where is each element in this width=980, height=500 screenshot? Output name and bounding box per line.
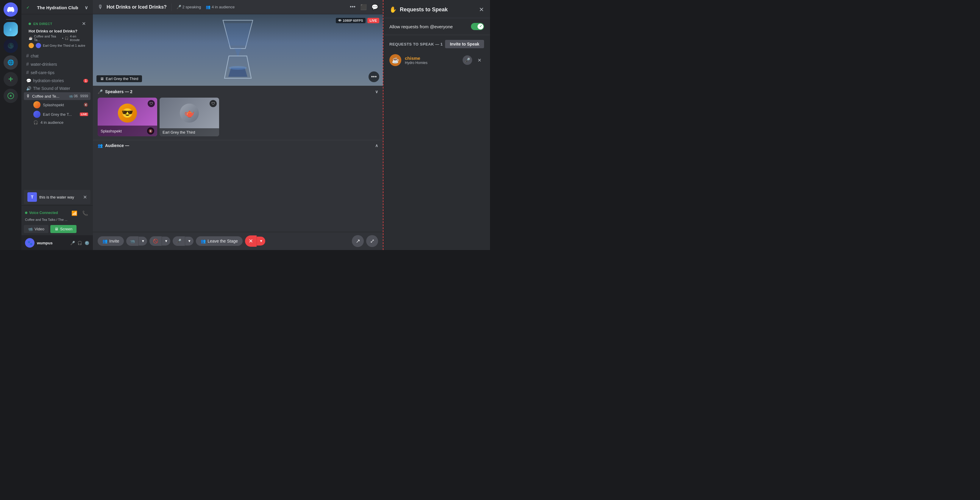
audience-header[interactable]: 👥 Audience — ∧ <box>98 140 378 151</box>
top-bar-meta: 🎤 2 speaking 👥 4 in audience <box>177 5 235 9</box>
chisme-info: chisme Hydro Homies <box>405 56 459 65</box>
voice-connected-bar: Voice Connected 📶 📞 Coffee and Tea Talks… <box>21 205 93 222</box>
video-toggle-arrow[interactable]: ▼ <box>138 237 147 246</box>
invite-icon: 👥 <box>102 239 107 243</box>
dm-text: this is the water way <box>39 195 81 199</box>
mic-icon[interactable]: 🎤 <box>70 241 75 245</box>
invite-button[interactable]: 👥 Invite <box>98 236 124 246</box>
stories-badge: 1 <box>83 79 88 83</box>
live-event-users: Earl Grey the Third et 1 autre <box>26 43 88 51</box>
splashspekt-mute-btn[interactable]: 🔇 <box>147 127 154 135</box>
channel-name-self-care: self-care-tips <box>31 70 54 75</box>
live-event-title[interactable]: Hot Drinks or Iced Drinks? <box>26 28 88 35</box>
audience-section: 👥 Audience — ∧ <box>93 140 383 151</box>
chisme-actions: 🎤 ✕ <box>463 56 484 65</box>
add-server-button[interactable]: + <box>3 72 18 86</box>
settings-icon[interactable]: ⚙️ <box>84 241 89 245</box>
chisme-name: chisme <box>405 56 459 61</box>
mic-toggle-main[interactable]: 🎤 <box>173 236 185 246</box>
decline-request-button[interactable]: ✕ <box>474 56 484 65</box>
speakers-label: Speakers — 2 <box>105 89 132 94</box>
earl-grey-avatar-card: 🫖 <box>180 103 199 122</box>
user-avatar-2 <box>36 43 41 48</box>
leave-icon: 👥 <box>200 239 206 243</box>
video-button[interactable]: 📹 Video <box>24 225 49 233</box>
server-icon-hydration[interactable]: 💧 <box>3 22 18 36</box>
accept-request-button[interactable]: 🎤 <box>463 56 472 65</box>
speaker-card-earl-grey[interactable]: 🛡 🫖 Earl Grey the Third <box>159 98 219 136</box>
leave-stage-button[interactable]: 👥 Leave the Stage <box>196 236 243 246</box>
voice-user-splashspekt[interactable]: Splashspekt 🔇 <box>24 100 91 110</box>
discord-icon[interactable] <box>3 2 18 17</box>
chisme-server: Hydro Homies <box>405 61 459 65</box>
channel-name-water: water-drinkers <box>31 62 57 67</box>
live-indicator <box>29 22 31 25</box>
speakers-header[interactable]: 🎤 Speakers — 2 ∨ <box>98 86 378 98</box>
stop-main[interactable]: 🚫 <box>150 236 162 246</box>
live-badge-video: LIVE <box>368 18 379 23</box>
stage-icon: 🎙 <box>98 4 103 10</box>
screen-button[interactable]: 🖥 Screen <box>50 225 76 233</box>
video-toggle-group: 📹 ▼ <box>126 236 147 246</box>
text-channel-icon-3: # <box>26 70 29 75</box>
channel-item-water-drinkers[interactable]: # water-drinkers <box>24 60 91 68</box>
live-close-button[interactable]: ✕ <box>82 21 86 27</box>
fullscreen-icon-btn[interactable]: ⤢ <box>366 235 378 247</box>
server-header-arrow: ∨ <box>84 5 88 10</box>
speaker-card-splashspekt[interactable]: 🛡 😎 Splashspekt 🔇 <box>98 98 157 136</box>
headphones-icon[interactable]: 🎧 <box>77 241 82 245</box>
channel-item-hydration-stories[interactable]: 💬 hydration-stories 1 <box>24 77 91 84</box>
requests-close-button[interactable]: ✕ <box>479 6 484 13</box>
server-header[interactable]: ✓ The Hydration Club ∨ <box>21 0 93 14</box>
video-more-button[interactable]: ••• <box>369 71 379 82</box>
voice-user-earl-grey[interactable]: Earl Grey the T... LIVE <box>24 110 91 119</box>
earl-grey-live-badge: LIVE <box>80 113 88 116</box>
stage-title: Hot Drinks or Iced Drinks? <box>107 5 167 10</box>
channel-item-self-care[interactable]: # self-care-tips <box>24 68 91 77</box>
stage-controls: 👥 Invite 📹 ▼ 🚫 ▼ 🎤 ▼ 👥 Leave the Stage <box>93 232 383 250</box>
channel-list: EN DIRECT ✕ Hot Drinks or Iced Drinks? ☕… <box>21 14 93 189</box>
user-controls: 🎤 🎧 ⚙️ <box>70 241 89 245</box>
eye-icon: 👁 <box>338 19 342 22</box>
mic-toggle-group: 🎤 ▼ <box>173 236 194 246</box>
video-presenter-label: 🖥 Earl Grey the Third <box>97 75 142 82</box>
video-overlay-top: 👁 1080P 60FPS LIVE <box>336 18 379 23</box>
speaker-cards: 🛡 😎 Splashspekt 🔇 🛡 🫖 Earl Grey the Thir… <box>98 98 378 140</box>
top-bar-right: ••• ⬛ 💬 <box>350 4 378 10</box>
stop-arrow[interactable]: ▼ <box>162 237 170 246</box>
live-banner: EN DIRECT ✕ Hot Drinks or Iced Drinks? ☕… <box>24 17 91 52</box>
headphone-icon: 🎧 <box>65 36 69 40</box>
requests-panel: ✋ Requests to Speak ✕ Allow requests fro… <box>383 0 490 250</box>
invite-to-speak-button[interactable]: Invite to Speak <box>445 40 484 48</box>
end-call-main[interactable]: ✕ <box>245 235 257 247</box>
channel-item-chat[interactable]: # chat <box>24 52 91 60</box>
expand-icon-btn[interactable]: ↗ <box>352 235 364 247</box>
audience-count: 4 in audience <box>40 120 64 125</box>
allow-row: Allow requests from @everyone ✓ <box>383 18 490 35</box>
stage-container: 👁 1080P 60FPS LIVE 🖥 Earl Grey the Third… <box>93 14 383 250</box>
screen-icon[interactable]: ⬛ <box>360 4 367 10</box>
allow-toggle[interactable]: ✓ <box>471 23 484 30</box>
server-icon-3[interactable]: 🌐 <box>3 56 18 70</box>
monitor-icon: 🖥 <box>100 76 104 81</box>
phone-icon[interactable]: 📞 <box>81 209 89 217</box>
audience-item: 🎧 4 in audience <box>24 119 91 126</box>
top-bar: 🎙 Hot Drinks or Iced Drinks? 🎤 2 speakin… <box>93 0 383 14</box>
listener-count-display: 9999 <box>80 94 88 98</box>
server-icon-2[interactable]: 🌑 <box>3 39 18 53</box>
chat-icon[interactable]: 💬 <box>372 4 378 10</box>
request-item-chisme: ☕ chisme Hydro Homies 🎤 ✕ <box>383 52 490 68</box>
mic-toggle-arrow[interactable]: ▼ <box>185 237 194 246</box>
voice-channel-header[interactable]: 🎙 Coffee and Te... 📹 06 9999 <box>24 92 91 100</box>
live-label: EN DIRECT <box>33 22 52 25</box>
live-event-host: ☕ Coffee and Tea Ta... • 🎧 4 en écoute <box>26 35 88 43</box>
text-channel-icon: # <box>26 53 29 59</box>
channel-item-sound-of-water[interactable]: 🔊 The Sound of Water <box>24 84 91 92</box>
quality-badge: 👁 1080P 60FPS <box>336 18 365 23</box>
end-call-arrow[interactable]: ▼ <box>257 237 265 246</box>
dm-preview[interactable]: T this is the water way ✕ <box>24 190 91 204</box>
more-icon[interactable]: ••• <box>350 4 355 10</box>
video-toggle-main[interactable]: 📹 <box>126 236 138 246</box>
explore-icon[interactable] <box>3 89 18 103</box>
dm-close-button[interactable]: ✕ <box>83 194 87 200</box>
